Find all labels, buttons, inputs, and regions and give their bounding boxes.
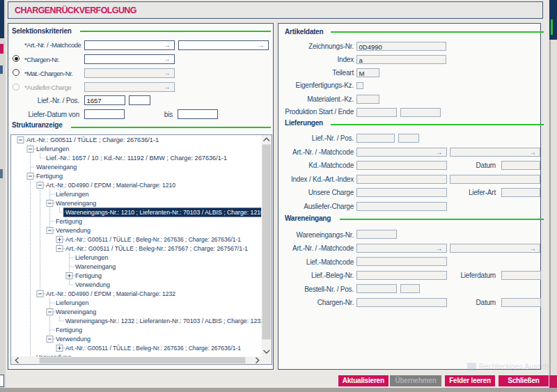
svg-text:Lieferungen: Lieferungen bbox=[56, 191, 89, 198]
svg-text:Fertigung: Fertigung bbox=[75, 272, 102, 279]
svg-text:Wareneingangs-Nr.: 1232 ; Lief: Wareneingangs-Nr.: 1232 ; Lieferanten-Nr… bbox=[65, 317, 272, 324]
svg-text:Art.-Nr.: 0D4990 / EPDM ; Mate: Art.-Nr.: 0D4990 / EPDM ; Material-Charg… bbox=[46, 182, 175, 189]
svg-text:Wareneingangs-Nr.: 1210 ; Lief: Wareneingangs-Nr.: 1210 ; Lieferanten-Nr… bbox=[65, 209, 272, 216]
svg-text:Art.-Nr.: G00511 / TÜLLE ; Bel: Art.-Nr.: G00511 / TÜLLE ; Beleg-Nr.: 26… bbox=[65, 245, 248, 252]
svg-text:Art.-Nr.: G00511 / TÜLLE ; Bel: Art.-Nr.: G00511 / TÜLLE ; Beleg-Nr.: 26… bbox=[65, 236, 241, 243]
svg-text:Verwendung: Verwendung bbox=[56, 336, 91, 343]
svg-text:Lieferungen: Lieferungen bbox=[56, 299, 89, 306]
svg-text:Art.-Nr.: G00511 / TÜLLE ; Bel: Art.-Nr.: G00511 / TÜLLE ; Beleg-Nr.: 26… bbox=[65, 345, 241, 352]
svg-text:Fertigung: Fertigung bbox=[36, 173, 63, 180]
svg-text:Lieferungen: Lieferungen bbox=[75, 254, 109, 261]
svg-text:Wareneingang: Wareneingang bbox=[75, 263, 116, 270]
svg-text:Wareneingang: Wareneingang bbox=[36, 164, 77, 171]
svg-text:Verwendung: Verwendung bbox=[75, 281, 110, 288]
svg-text:Wareneingang: Wareneingang bbox=[56, 308, 96, 315]
svg-text:Fertigung: Fertigung bbox=[56, 218, 82, 225]
svg-text:Art.-Nr.: 0D4990 / EPDM ; Mate: Art.-Nr.: 0D4990 / EPDM ; Material-Charg… bbox=[46, 290, 175, 297]
svg-text:Art.-Nr.: G00511 / TÜLLE ; Cha: Art.-Nr.: G00511 / TÜLLE ; Charge: 26763… bbox=[26, 136, 159, 143]
svg-text:Wareneingang: Wareneingang bbox=[56, 200, 96, 207]
svg-text:Lieferungen: Lieferungen bbox=[36, 146, 70, 152]
svg-text:Fertigung: Fertigung bbox=[56, 327, 82, 334]
svg-text:Verwendung: Verwendung bbox=[56, 227, 91, 234]
svg-text:Lief.-Nr.: 1657 / 10 ; Kd.-Nr.: Lief.-Nr.: 1657 / 10 ; Kd.-Nr.: 11192 / … bbox=[46, 155, 227, 162]
